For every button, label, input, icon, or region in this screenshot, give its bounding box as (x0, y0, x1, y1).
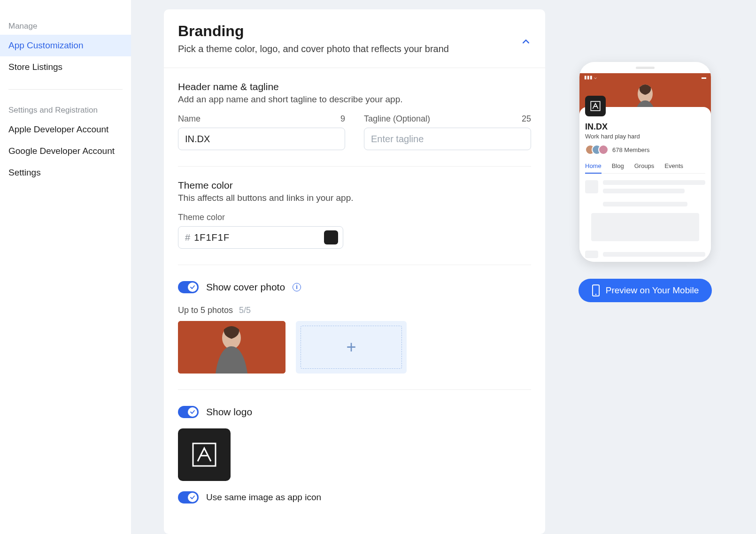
logo-thumb[interactable] (178, 428, 231, 481)
skeleton (603, 189, 685, 193)
cover-photo-toggle[interactable] (178, 281, 199, 293)
sidebar-section-settings: Settings and Registration (0, 101, 131, 119)
preview-members: 678 Members (585, 145, 705, 155)
header-tagline-section: Header name & tagline Add an app name an… (164, 68, 545, 150)
card-header: Branding Pick a theme color, logo, and c… (164, 9, 545, 68)
tagline-char-count: 25 (522, 114, 531, 124)
phone-logo-icon (585, 96, 606, 116)
preview-on-mobile-button[interactable]: Preview on Your Mobile (579, 279, 712, 302)
info-icon[interactable]: i (293, 283, 301, 291)
name-input[interactable] (178, 128, 345, 150)
same-icon-toggle-label: Use same image as app icon (206, 492, 321, 503)
sidebar-divider (8, 89, 123, 90)
tagline-label: Tagline (Optional) (364, 114, 430, 124)
theme-color-field-label: Theme color (178, 213, 531, 222)
preview-tagline: Work hard play hard (585, 133, 705, 140)
phone-mockup: ▮▮▮ ⌵ ▬ IN.DX Work hard play ha (579, 62, 711, 262)
hash-prefix: # (185, 232, 190, 243)
add-photo-dropzone-wrap: + (296, 321, 407, 374)
theme-color-section: Theme color This affects all buttons and… (164, 167, 545, 249)
tagline-input[interactable] (364, 128, 531, 150)
card-subtitle: Pick a theme color, logo, and cover phot… (178, 44, 531, 54)
members-count: 678 Members (612, 146, 649, 153)
section-desc-theme: This affects all buttons and links in yo… (178, 193, 531, 203)
phone-statusbar: ▮▮▮ ⌵ ▬ (579, 73, 711, 81)
same-icon-toggle-row: Use same image as app icon (164, 491, 545, 503)
photos-limit-label: Up to 5 photos (178, 305, 233, 315)
skeleton (591, 213, 699, 241)
phone-content: IN.DX Work hard play hard 678 Members Ho… (579, 107, 711, 262)
card-title: Branding (178, 23, 531, 40)
sidebar-item-app-customization[interactable]: App Customization (0, 35, 131, 56)
svg-point-6 (595, 294, 596, 295)
preview-tab-home[interactable]: Home (585, 162, 602, 174)
skeleton (585, 251, 598, 258)
branding-card: Branding Pick a theme color, logo, and c… (164, 9, 545, 534)
color-swatch[interactable] (324, 230, 338, 244)
cover-photo-toggle-label: Show cover photo (206, 282, 285, 293)
preview-button-label: Preview on Your Mobile (606, 285, 699, 296)
avatar (598, 145, 609, 155)
cover-photo-thumb[interactable] (178, 321, 285, 374)
sidebar-item-store-listings[interactable]: Store Listings (0, 56, 131, 78)
preview-pane: ▮▮▮ ⌵ ▬ IN.DX Work hard play ha (566, 9, 725, 330)
logo-toggle[interactable] (178, 406, 199, 418)
skeleton (585, 180, 598, 193)
name-label: Name (178, 114, 201, 124)
name-char-count: 9 (340, 114, 345, 124)
photos-meta: Up to 5 photos 5/5 (164, 293, 545, 321)
battery-icon: ▬ (702, 75, 706, 80)
divider (178, 265, 531, 265)
theme-color-input[interactable]: # 1F1F1F (178, 226, 343, 249)
divider (178, 389, 531, 390)
photos-count: 5/5 (239, 305, 251, 315)
section-desc-header: Add an app name and short tagline to des… (178, 94, 531, 105)
signal-icon: ▮▮▮ ⌵ (584, 75, 597, 80)
mobile-icon (592, 284, 600, 297)
sidebar: Manage App Customization Store Listings … (0, 0, 131, 534)
same-as-app-icon-toggle[interactable] (178, 491, 199, 503)
theme-color-value: 1F1F1F (194, 232, 320, 243)
preview-tab-events[interactable]: Events (664, 162, 683, 169)
logo-toggle-row: Show logo (164, 406, 545, 418)
preview-tab-blog[interactable]: Blog (612, 162, 624, 169)
section-title-theme: Theme color (178, 180, 531, 191)
phone-speaker (579, 62, 711, 73)
logo-toggle-label: Show logo (206, 406, 252, 418)
sidebar-item-settings[interactable]: Settings (0, 162, 131, 183)
preview-tabs: Home Blog Groups Events (585, 162, 705, 174)
member-avatars (585, 145, 609, 155)
cover-photo-toggle-row: Show cover photo i (164, 281, 545, 293)
section-title-header: Header name & tagline (178, 81, 531, 92)
chevron-up-icon[interactable] (523, 37, 529, 46)
skeleton (603, 202, 687, 206)
sidebar-section-manage: Manage (0, 17, 131, 35)
sidebar-item-google-dev[interactable]: Google Developer Account (0, 140, 131, 162)
preview-tab-groups[interactable]: Groups (634, 162, 655, 169)
plus-icon: + (346, 337, 356, 357)
skeleton (603, 252, 705, 257)
skeleton (603, 180, 705, 185)
sidebar-item-apple-dev[interactable]: Apple Developer Account (0, 119, 131, 140)
add-photo-dropzone[interactable]: + (301, 326, 402, 369)
